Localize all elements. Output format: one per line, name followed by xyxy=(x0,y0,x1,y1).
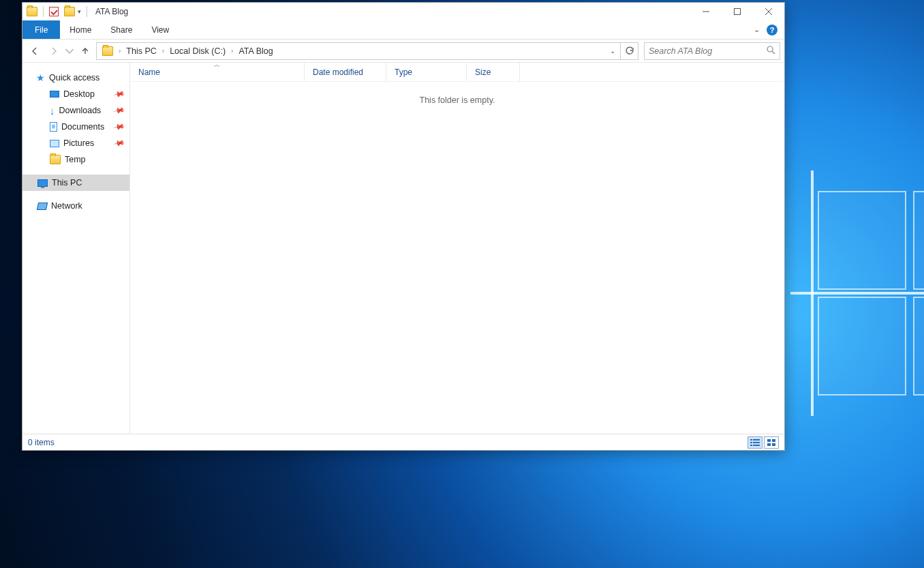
network-icon xyxy=(37,203,48,210)
svg-rect-14 xyxy=(767,443,771,446)
search-input[interactable] xyxy=(649,46,767,56)
breadcrumb-this-pc[interactable]: This PC xyxy=(123,46,159,56)
desktop-icon xyxy=(50,91,59,98)
svg-rect-13 xyxy=(772,439,775,442)
star-icon: ★ xyxy=(36,72,45,83)
chevron-right-icon[interactable]: › xyxy=(228,47,236,55)
svg-rect-6 xyxy=(750,439,752,440)
desktop-bg-bar xyxy=(790,292,924,295)
pin-icon: 📌 xyxy=(113,137,126,150)
tab-view[interactable]: View xyxy=(142,20,179,39)
desktop-bg-pane xyxy=(818,297,906,395)
properties-icon[interactable] xyxy=(49,7,59,16)
folder-icon xyxy=(27,7,37,16)
sidebar-item-label: Temp xyxy=(65,155,86,164)
svg-rect-8 xyxy=(750,442,752,443)
svg-point-4 xyxy=(767,46,773,52)
sidebar-item-label: Quick access xyxy=(49,73,99,83)
search-box[interactable] xyxy=(644,42,780,60)
view-details-button[interactable] xyxy=(748,436,763,449)
close-button[interactable] xyxy=(753,3,784,20)
sidebar-item-label: Desktop xyxy=(63,89,95,99)
content-pane: Name ︿ Date modified Type Size This fold… xyxy=(130,63,784,434)
pictures-icon xyxy=(50,140,59,147)
column-type[interactable]: Type xyxy=(386,63,467,81)
ribbon-tabs: File Home Share View ⌄ ? xyxy=(22,20,784,40)
window-title: ATA Blog xyxy=(95,7,128,16)
pin-icon: 📌 xyxy=(113,104,126,117)
svg-rect-7 xyxy=(753,439,760,440)
breadcrumb-current-folder[interactable]: ATA Blog xyxy=(236,46,275,56)
empty-folder-message: This folder is empty. xyxy=(130,82,784,434)
sidebar-item-downloads[interactable]: ↓ Downloads 📌 xyxy=(22,102,129,119)
status-bar: 0 items xyxy=(22,434,784,450)
pin-icon: 📌 xyxy=(113,88,126,101)
breadcrumb-local-disk[interactable]: Local Disk (C:) xyxy=(167,46,228,56)
nav-up-button[interactable] xyxy=(77,43,93,59)
svg-rect-11 xyxy=(753,445,760,446)
svg-rect-9 xyxy=(753,442,760,443)
svg-rect-12 xyxy=(767,439,771,442)
document-icon xyxy=(50,122,57,132)
sidebar-item-temp[interactable]: Temp xyxy=(22,151,129,168)
address-folder-icon[interactable] xyxy=(99,46,116,56)
nav-history-dropdown[interactable] xyxy=(65,43,74,59)
column-headers: Name ︿ Date modified Type Size xyxy=(130,63,784,82)
svg-rect-1 xyxy=(735,9,741,15)
address-bar[interactable]: › This PC › Local Disk (C:) › ATA Blog ⌄ xyxy=(96,42,638,60)
sidebar-item-label: Network xyxy=(51,201,82,211)
svg-rect-15 xyxy=(772,443,775,446)
sidebar-item-this-pc[interactable]: This PC xyxy=(22,175,129,191)
sidebar-item-documents[interactable]: Documents 📌 xyxy=(22,119,129,135)
column-label: Type xyxy=(395,68,412,77)
address-dropdown-icon[interactable]: ⌄ xyxy=(605,47,620,55)
sidebar-item-label: Downloads xyxy=(59,106,102,115)
file-explorer-window: ▾ ATA Blog File Home Share View ⌄ ? › Th… xyxy=(22,2,785,451)
sidebar-item-quick-access[interactable]: ★ Quick access xyxy=(22,70,129,86)
navigation-pane: ★ Quick access Desktop 📌 ↓ Downloads 📌 D… xyxy=(22,63,130,434)
folder-icon xyxy=(50,155,61,164)
download-icon: ↓ xyxy=(50,105,55,117)
qat-dropdown-icon[interactable]: ▾ xyxy=(78,8,81,15)
desktop-bg-pane xyxy=(913,297,924,395)
desktop-bg-pane xyxy=(818,191,906,290)
separator xyxy=(43,6,44,17)
sidebar-item-label: This PC xyxy=(52,178,82,188)
refresh-button[interactable] xyxy=(620,43,638,59)
sidebar-item-pictures[interactable]: Pictures 📌 xyxy=(22,135,129,151)
desktop-bg-pane xyxy=(913,191,924,290)
pc-icon xyxy=(37,179,48,187)
tab-share[interactable]: Share xyxy=(101,20,142,39)
column-label: Size xyxy=(475,68,491,77)
sidebar-item-label: Documents xyxy=(61,122,104,132)
nav-back-button[interactable] xyxy=(27,43,43,59)
pin-icon: 📌 xyxy=(113,121,126,134)
minimize-button[interactable] xyxy=(690,3,722,20)
column-label: Date modified xyxy=(313,68,363,77)
column-size[interactable]: Size xyxy=(467,63,520,81)
title-bar[interactable]: ▾ ATA Blog xyxy=(22,3,784,20)
svg-rect-10 xyxy=(750,445,752,446)
sidebar-item-network[interactable]: Network xyxy=(22,198,129,214)
help-icon[interactable]: ? xyxy=(767,25,777,35)
view-thumbnails-button[interactable] xyxy=(764,436,779,449)
navigation-row: › This PC › Local Disk (C:) › ATA Blog ⌄ xyxy=(22,40,784,63)
sidebar-item-desktop[interactable]: Desktop 📌 xyxy=(22,86,129,102)
sidebar-item-label: Pictures xyxy=(63,138,94,148)
tab-file[interactable]: File xyxy=(22,20,60,39)
svg-line-5 xyxy=(772,51,775,54)
status-item-count: 0 items xyxy=(28,438,55,447)
chevron-right-icon[interactable]: › xyxy=(116,47,123,55)
column-label: Name xyxy=(138,68,160,77)
column-date-modified[interactable]: Date modified xyxy=(305,63,386,81)
chevron-right-icon[interactable]: › xyxy=(159,47,167,55)
sort-asc-icon: ︿ xyxy=(214,61,220,70)
new-folder-icon[interactable] xyxy=(64,7,75,16)
tab-home[interactable]: Home xyxy=(60,20,101,39)
ribbon-expand-icon[interactable]: ⌄ xyxy=(754,25,760,34)
maximize-button[interactable] xyxy=(722,3,753,20)
column-name[interactable]: Name ︿ xyxy=(130,63,305,81)
separator xyxy=(87,6,87,17)
search-icon[interactable] xyxy=(767,45,775,57)
nav-forward-button[interactable] xyxy=(46,43,62,59)
